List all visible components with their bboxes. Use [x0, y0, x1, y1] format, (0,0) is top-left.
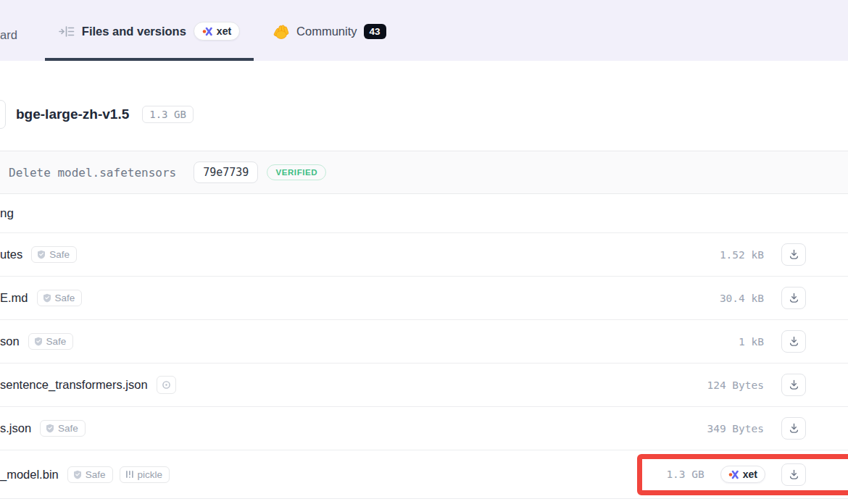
tab-model-card[interactable]: ard — [0, 6, 17, 67]
file-row[interactable]: _model.bin Safe pickle 1.3 GB — [0, 450, 848, 499]
file-size: 1.52 kB — [720, 249, 764, 261]
commit-verified-badge: VERIFIED — [267, 164, 326, 180]
repo-tab-bar: ard Files and versions x — [0, 0, 848, 61]
download-button[interactable] — [781, 463, 806, 486]
community-count-badge: 43 — [364, 24, 386, 39]
pickle-badge[interactable]: pickle — [120, 466, 170, 483]
tab-files-label: Files and versions — [82, 20, 186, 38]
repo-title-row: bge-large-zh-v1.5 1.3 GB — [0, 100, 848, 129]
xet-badge-tab[interactable]: xet — [194, 22, 240, 41]
file-row[interactable]: E.md Safe 30.4 kB — [0, 277, 848, 320]
safe-badge[interactable]: Safe — [31, 246, 77, 263]
shield-icon — [34, 337, 43, 346]
tab-community[interactable]: Community 43 — [273, 0, 386, 61]
scan-status-badge[interactable] — [157, 376, 176, 394]
scan-icon — [162, 380, 171, 390]
tab-community-label: Community — [296, 25, 357, 38]
file-size: 1 kB — [739, 336, 764, 348]
file-size: 349 Bytes — [707, 423, 764, 434]
file-row[interactable]: utes Safe 1.52 kB — [0, 233, 848, 277]
download-button[interactable] — [781, 330, 806, 353]
safe-badge-label: Safe — [46, 336, 67, 347]
shield-icon — [46, 424, 54, 433]
shield-icon — [37, 250, 46, 259]
files-versions-icon — [59, 20, 75, 38]
repo-name[interactable]: bge-large-zh-v1.5 — [16, 106, 129, 122]
branch-selector-button-partial[interactable] — [0, 100, 6, 129]
pickle-badge-label: pickle — [138, 469, 163, 480]
safe-badge[interactable]: Safe — [37, 290, 83, 306]
commit-hash-badge[interactable]: 79e7739 — [194, 161, 258, 183]
safe-badge-label: Safe — [55, 293, 75, 303]
file-row[interactable]: s.json Safe 349 Bytes — [0, 407, 848, 450]
xet-badge-label: xet — [217, 25, 231, 37]
folder-row[interactable]: ng — [0, 194, 848, 233]
shield-icon — [73, 470, 82, 479]
xet-badge-label: xet — [743, 469, 757, 480]
download-button[interactable] — [781, 287, 806, 309]
pickle-icon — [125, 470, 134, 479]
tab-model-card-label: ard — [0, 28, 17, 42]
tab-files-and-versions[interactable]: Files and versions xet — [45, 0, 254, 61]
file-list: ng utes Safe 1.52 kB E.md — [0, 194, 848, 499]
xet-logo-icon — [728, 470, 739, 479]
download-button[interactable] — [781, 243, 806, 266]
safe-badge-label: Safe — [49, 249, 70, 260]
safe-badge[interactable]: Safe — [67, 466, 113, 483]
file-name[interactable]: _model.bin — [0, 468, 59, 482]
file-name[interactable]: son — [0, 335, 20, 348]
xet-logo-icon — [202, 27, 212, 36]
safe-badge-label: Safe — [86, 469, 106, 480]
file-size: 30.4 kB — [720, 293, 764, 304]
commit-message[interactable]: Delete model.safetensors — [9, 166, 176, 180]
safe-badge[interactable]: Safe — [28, 333, 74, 350]
wave-hand-icon — [273, 22, 290, 40]
file-name[interactable]: sentence_transformers.json — [0, 378, 148, 392]
file-size: 124 Bytes — [707, 379, 764, 391]
file-row[interactable]: sentence_transformers.json 124 Bytes — [0, 364, 848, 407]
files-and-versions-page: ard Files and versions x — [0, 0, 848, 504]
xet-badge-file[interactable]: xet — [720, 466, 765, 483]
safe-badge[interactable]: Safe — [40, 420, 86, 437]
safe-badge-label: Safe — [58, 423, 78, 434]
file-name[interactable]: utes — [0, 248, 22, 261]
file-name[interactable]: s.json — [0, 421, 31, 435]
file-name[interactable]: E.md — [0, 291, 28, 305]
repo-size-badge: 1.3 GB — [142, 106, 194, 123]
file-size: 1.3 GB — [666, 469, 704, 480]
shield-icon — [43, 293, 51, 303]
file-row[interactable]: son Safe 1 kB — [0, 320, 848, 364]
download-button[interactable] — [781, 374, 806, 396]
download-button[interactable] — [781, 417, 806, 440]
folder-name[interactable]: ng — [0, 206, 14, 221]
last-commit-bar: Delete model.safetensors 79e7739 VERIFIE… — [0, 151, 848, 194]
